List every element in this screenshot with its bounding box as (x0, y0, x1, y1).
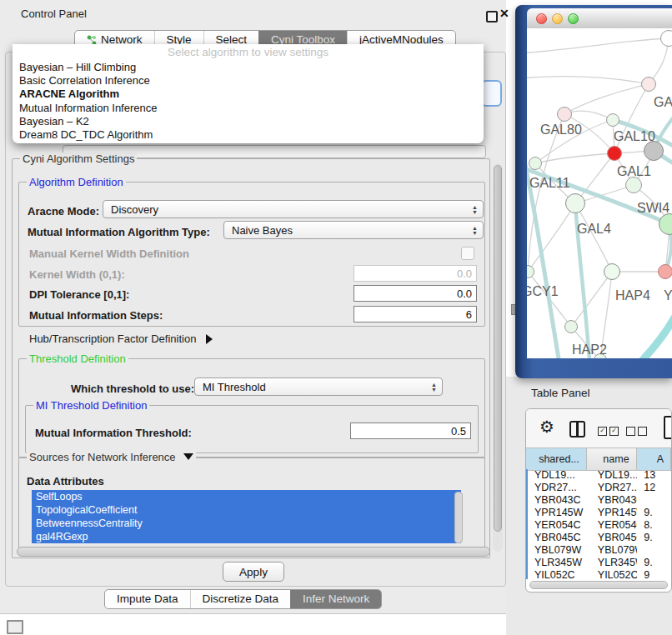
table-row[interactable]: YER054CYER054C8. (528, 519, 671, 532)
attribute-item[interactable]: gal4RGexp (32, 530, 461, 543)
table-row[interactable]: YDL19...YDL19...13 (528, 469, 671, 482)
table-cell (637, 544, 671, 557)
table-row[interactable]: YIL052CYIL052C9 (528, 569, 671, 579)
algorithm-item[interactable]: Bayesian – Hill Climbing (13, 61, 484, 74)
tab-impute-data[interactable]: Impute Data (105, 590, 190, 608)
spinner-arrows-icon: ▲▼ (431, 382, 437, 392)
settings-horizontal-scrollbar[interactable] (17, 547, 490, 557)
close-panel-icon[interactable]: ✕ (499, 7, 509, 20)
algorithm-item[interactable]: Bayesian – K2 (13, 115, 484, 128)
table-cell: 9. (637, 557, 671, 569)
show-columns-icon[interactable] (569, 421, 585, 438)
settings-vertical-scrollbar[interactable] (493, 163, 503, 552)
minimize-window-icon[interactable] (552, 13, 563, 24)
tab-discretize-data[interactable]: Discretize Data (190, 590, 291, 608)
node-label: GAL11 (529, 176, 570, 191)
new-table-icon[interactable] (664, 416, 672, 439)
aracne-mode-select[interactable]: Discovery ▲▼ (103, 200, 484, 218)
table-cell: YIL052C (588, 569, 637, 579)
network-node[interactable] (625, 177, 642, 193)
algorithm-definition-title: Algorithm Definition (27, 176, 126, 188)
network-node[interactable] (564, 320, 578, 333)
column-header-shared[interactable]: shared... (526, 448, 587, 470)
tab-label: Infer Network (303, 590, 369, 608)
hub-definition-toggle[interactable]: Hub/Transcription Factor Definition (29, 332, 213, 345)
zoom-window-icon[interactable] (568, 13, 579, 24)
network-node[interactable] (529, 157, 542, 170)
column-header-name[interactable]: name (587, 448, 637, 470)
table-body: YDL19...YDL19...13YDR27...YDR27...12YBR0… (526, 469, 671, 579)
table-horizontal-scrollbar[interactable] (529, 581, 668, 589)
collapse-down-icon (183, 453, 193, 460)
network-node[interactable] (641, 77, 656, 92)
select-all-icon[interactable]: ✓✓ (598, 427, 619, 436)
network-node[interactable] (607, 146, 622, 161)
manual-kernel-label: Manual Kernel Width Definition (29, 248, 189, 260)
deselect-all-icon[interactable] (626, 427, 647, 436)
table-cell: 9. (637, 507, 671, 519)
table-row[interactable]: YBR045CYBR045C9. (528, 532, 671, 544)
network-node[interactable] (557, 107, 572, 122)
attribute-item[interactable]: TopologicalCoefficient (32, 503, 461, 517)
table-cell: 8. (637, 519, 671, 532)
threshold-definition-title: Threshold Definition (27, 352, 128, 365)
network-node[interactable] (658, 264, 672, 279)
background-focused-button-fragment (481, 80, 502, 107)
node-label: GAL1 (617, 164, 651, 179)
mi-threshold-field[interactable]: 0.5 (350, 422, 471, 439)
table-cell: YDR27... (528, 482, 588, 494)
mi-threshold-group-title: MI Threshold Definition (33, 399, 149, 412)
close-window-icon[interactable] (536, 13, 547, 24)
attribute-item[interactable]: BetweennessCentrality (32, 517, 461, 530)
mi-type-select[interactable]: Naive Bayes ▲▼ (223, 221, 484, 239)
collapsed-panel-icon[interactable] (7, 620, 23, 634)
which-threshold-select[interactable]: MI Threshold ▲▼ (194, 378, 443, 396)
manual-kernel-checkbox[interactable] (461, 247, 474, 260)
algorithm-item[interactable]: Basic Correlation Inference (13, 74, 484, 88)
table-cell: YBL079W (528, 544, 588, 557)
table-row[interactable]: YPR145WYPR145W9. (528, 507, 671, 519)
table-row[interactable]: YBL079WYBL079W (528, 544, 671, 557)
table-cell: YBR045C (588, 532, 637, 544)
table-cell: YDL19... (528, 469, 588, 482)
sources-title[interactable]: Sources for Network Inference (27, 451, 196, 463)
algorithm-item[interactable]: Mutual Information Inference (13, 102, 484, 115)
table-cell: YER054C (528, 519, 588, 532)
mi-steps-field[interactable]: 6 (354, 306, 477, 322)
network-canvas[interactable]: GALGAL80GAL10GAL11GAL1SWI4GAL4GCY1HAP4YH… (527, 28, 672, 358)
network-node[interactable] (606, 113, 619, 127)
table-cell: 9. (637, 532, 671, 544)
attributes-scrollbar[interactable] (454, 492, 463, 543)
tab-infer-network[interactable]: Infer Network (290, 590, 381, 608)
algorithm-item[interactable]: ARACNE Algorithm (13, 88, 484, 101)
table-cell: 12 (637, 482, 671, 494)
network-node[interactable] (604, 263, 620, 280)
table-row[interactable]: YBR043CYBR043C (528, 494, 671, 507)
algorithm-item[interactable]: Dream8 DC_TDC Algorithm (13, 128, 484, 142)
table-toolbar: ⚙ ✓✓ (526, 409, 671, 448)
mi-type-value: Naive Bayes (232, 224, 293, 237)
dpi-tolerance-field[interactable]: 0.0 (354, 285, 477, 302)
network-view-window: GALGAL80GAL10GAL11GAL1SWI4GAL4GCY1HAP4YH… (515, 5, 672, 378)
column-header-a[interactable]: A (637, 448, 671, 470)
kernel-width-field[interactable]: 0.0 (354, 265, 477, 282)
node-label: Y (664, 288, 672, 303)
scrollbar-thumb[interactable] (494, 165, 502, 532)
table-cell: YER054C (588, 519, 637, 532)
control-panel-title: Control Panel (21, 8, 87, 20)
network-node[interactable] (565, 193, 585, 213)
expand-right-icon (206, 334, 213, 344)
which-threshold-label: Which threshold to use: (71, 382, 194, 395)
control-panel-titlebar: Control Panel ✕ (0, 3, 506, 25)
node-label: GCY1 (527, 284, 559, 299)
table-cell: YLR345W (588, 557, 637, 569)
network-window-titlebar[interactable] (527, 8, 672, 28)
table-cell: 13 (637, 469, 671, 482)
table-row[interactable]: YDR27...YDR27...12 (528, 482, 671, 494)
float-panel-icon[interactable] (486, 11, 498, 22)
apply-button[interactable]: Apply (223, 562, 284, 582)
table-row[interactable]: YLR345WYLR345W9. (528, 557, 671, 569)
network-node[interactable] (660, 30, 672, 47)
gear-icon[interactable]: ⚙ (539, 417, 554, 437)
attribute-item[interactable]: SelfLoops (32, 490, 461, 503)
